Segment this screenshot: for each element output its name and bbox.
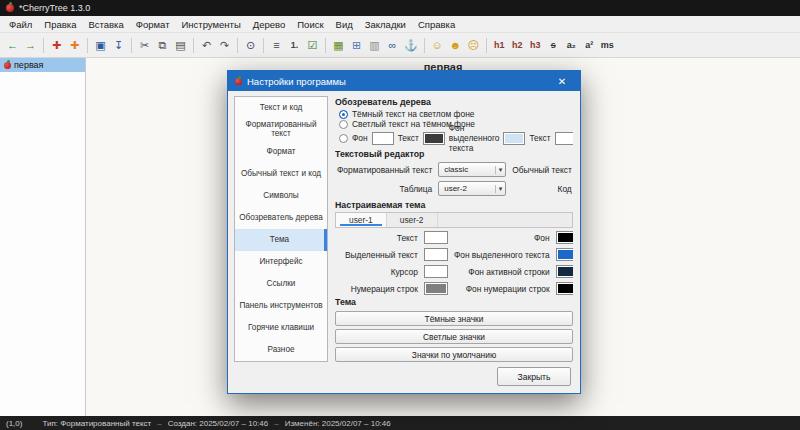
option-custom-colors: Фон Текст Фон выделенного текста Текст — [335, 129, 573, 147]
menu-item[interactable]: Инструменты — [176, 18, 247, 31]
insert-anchor-icon[interactable]: ⚓ — [402, 36, 420, 55]
bullet-list-icon[interactable]: ≡ — [268, 36, 285, 55]
copy-icon[interactable]: ⧉ — [154, 36, 171, 55]
toolbar-separator — [43, 38, 44, 53]
tree-sel-bg-color-button[interactable] — [503, 132, 525, 145]
radio-label: Тёмный текст на светлом фоне — [352, 109, 474, 119]
smiley-cool-icon[interactable]: ☻ — [447, 36, 464, 55]
radio-icon[interactable] — [339, 134, 348, 143]
close-icon[interactable] — [551, 71, 573, 91]
cut-icon[interactable]: ✂ — [136, 36, 153, 55]
undo-icon[interactable]: ↶ — [198, 36, 215, 55]
node-type-status: Тип: Форматированный текст — [42, 419, 151, 428]
toolbar-separator — [486, 38, 487, 53]
menu-item[interactable]: Закладки — [359, 18, 412, 31]
tab-user-2[interactable]: user-2 — [387, 213, 438, 227]
menu-item[interactable]: Файл — [3, 18, 38, 31]
menu-item[interactable]: Вид — [330, 18, 359, 31]
settings-category[interactable]: Форматированный текст — [235, 119, 327, 141]
save-icon[interactable]: ▣ — [92, 36, 109, 55]
settings-category[interactable]: Текст и код — [235, 97, 327, 119]
table-style-label: Таблица — [337, 184, 432, 194]
table-style-value: user-2 — [444, 184, 467, 193]
settings-category[interactable]: Формат — [235, 141, 327, 163]
theme-icons-button[interactable]: Тёмные значки — [335, 311, 573, 326]
h2-icon[interactable]: h2 — [509, 36, 526, 55]
color-swatch-button[interactable] — [556, 282, 573, 295]
h1-icon[interactable]: h1 — [491, 36, 508, 55]
color-swatch-button[interactable] — [424, 248, 448, 261]
richtext-style-select[interactable]: classic — [438, 162, 506, 177]
settings-category[interactable]: Панель инструментов — [235, 295, 327, 317]
tree-panel[interactable]: первая — [0, 58, 86, 416]
theme-icons-button[interactable]: Светлые значки — [335, 329, 573, 344]
color-swatch-button[interactable] — [424, 282, 448, 295]
statusbar-separator: – — [157, 419, 161, 428]
color-swatch-button[interactable] — [424, 265, 448, 278]
insert-codebox-icon[interactable]: ▥ — [366, 36, 383, 55]
tab-user-1[interactable]: user-1 — [336, 213, 387, 227]
color-swatch-button[interactable] — [556, 248, 573, 261]
add-subnode-icon[interactable]: ✚ — [66, 36, 83, 55]
settings-category[interactable]: Разное — [235, 339, 327, 361]
dialog-titlebar[interactable]: Настройки программы — [228, 71, 580, 91]
menu-item[interactable]: Формат — [130, 18, 176, 31]
export-icon[interactable]: ↧ — [110, 36, 127, 55]
settings-category[interactable]: Горячие клавиши — [235, 317, 327, 339]
close-button[interactable]: Закрыть — [497, 367, 571, 386]
toolbar-separator — [263, 38, 264, 53]
settings-category[interactable]: Символы — [235, 185, 327, 207]
theme-icons-button[interactable]: Значки по умолчанию — [335, 347, 573, 362]
subscript-icon[interactable]: a₂ — [563, 36, 580, 55]
settings-category[interactable]: Обычный текст и код — [235, 163, 327, 185]
color-swatch-button[interactable] — [424, 231, 448, 244]
paste-icon[interactable]: ▤ — [172, 36, 189, 55]
smiley-icon[interactable]: ☺ — [429, 36, 446, 55]
insert-link-icon[interactable]: ∞ — [384, 36, 401, 55]
menu-item[interactable]: Вставка — [82, 18, 129, 31]
created-timestamp: Создан: 2025/02/07 – 10:46 — [168, 419, 269, 428]
table-style-select[interactable]: user-2 — [438, 181, 506, 196]
settings-content: Обозреватель дерева Тёмный текст на свет… — [335, 96, 573, 362]
modified-timestamp: Изменён: 2025/02/07 – 10:46 — [285, 419, 391, 428]
settings-category[interactable]: Интерфейс — [235, 251, 327, 273]
color-swatch-button[interactable] — [556, 265, 573, 278]
tree-text-color-button[interactable] — [423, 132, 445, 145]
settings-dialog: Настройки программы Текст и кодФорматиро… — [227, 70, 581, 394]
strikethrough-icon[interactable]: s — [545, 36, 562, 55]
go-back-icon[interactable]: ← — [4, 36, 21, 55]
settings-category[interactable]: Обозреватель дерева — [235, 207, 327, 229]
cursor-position: (1,0) — [6, 419, 22, 428]
superscript-icon[interactable]: a² — [581, 36, 598, 55]
redo-icon[interactable]: ↷ — [216, 36, 233, 55]
menu-item[interactable]: Справка — [412, 18, 461, 31]
menu-item[interactable]: Поиск — [291, 18, 329, 31]
section-custom-theme-title: Настраиваемая тема — [335, 200, 573, 210]
add-node-icon[interactable]: ✚ — [48, 36, 65, 55]
tree-bg-label: Фон — [352, 133, 368, 143]
menu-item[interactable]: Дерево — [247, 18, 292, 31]
settings-categories-list: Текст и кодФорматированный текстФорматОб… — [234, 96, 328, 362]
insert-image-icon[interactable]: ▦ — [330, 36, 347, 55]
monospace-icon[interactable]: ms — [599, 36, 616, 55]
tree-sel-text-color-button[interactable] — [555, 132, 573, 145]
smiley-sad-icon[interactable]: ☹ — [465, 36, 482, 55]
section-theme-title: Тема — [335, 297, 573, 307]
section-text-editor-title: Текстовый редактор — [335, 149, 573, 159]
option-dark-text-light-bg[interactable]: Тёмный текст на светлом фоне — [335, 109, 573, 119]
go-forward-icon[interactable]: → — [22, 36, 39, 55]
insert-table-icon[interactable]: ⊞ — [348, 36, 365, 55]
status-bar: (1,0) Тип: Форматированный текст – Созда… — [0, 416, 800, 430]
numbered-list-icon[interactable]: 1. — [286, 36, 303, 55]
menu-item[interactable]: Правка — [38, 18, 82, 31]
color-label: Фон нумерации строк — [454, 284, 550, 294]
todo-list-icon[interactable]: ☑ — [304, 36, 321, 55]
tree-node-selected[interactable]: первая — [0, 58, 85, 72]
h3-icon[interactable]: h3 — [527, 36, 544, 55]
settings-category[interactable]: Ссылки — [235, 273, 327, 295]
settings-category[interactable]: Тема — [235, 229, 327, 251]
tree-bg-color-button[interactable] — [372, 132, 394, 145]
search-icon[interactable]: ⊙ — [242, 36, 259, 55]
color-label: Текст — [345, 233, 418, 243]
color-swatch-button[interactable] — [556, 231, 573, 244]
